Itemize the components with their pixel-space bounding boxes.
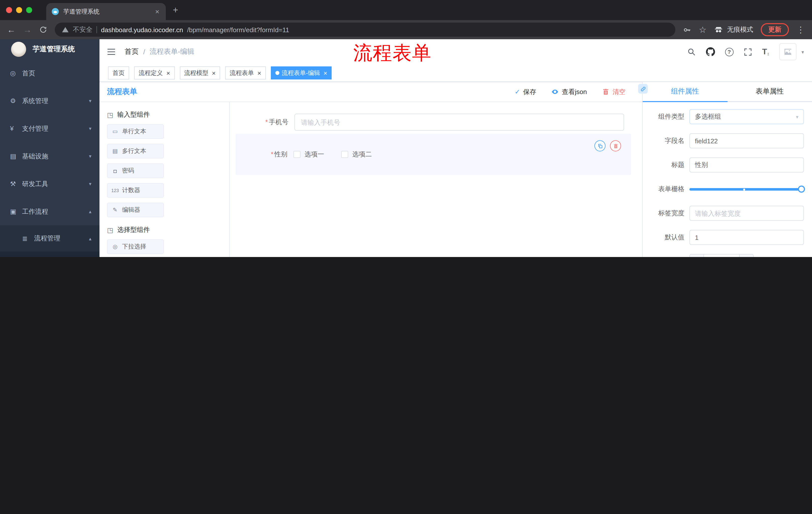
form-grid-slider[interactable] — [689, 182, 804, 197]
slider-track[interactable] — [689, 188, 804, 191]
sidebar-item-process-form[interactable]: ▤ 流程表单 — [0, 251, 99, 257]
chevron-down-icon: ▾ — [796, 114, 799, 119]
view-json-label: 查看json — [562, 87, 587, 96]
tag-home[interactable]: 首页 — [108, 66, 129, 79]
delete-widget-button[interactable] — [610, 140, 621, 152]
title-label: 标题 — [643, 160, 689, 169]
checkbox-box[interactable] — [293, 151, 300, 158]
eye-icon — [551, 88, 559, 96]
increase-button[interactable]: + — [739, 254, 753, 257]
workflow-icon: ▣ — [10, 208, 22, 215]
component-type-value: 多选框组 — [695, 112, 721, 121]
sidebar-item-infrastructure[interactable]: ▤ 基础设施 ▾ — [0, 142, 99, 170]
palette-item-multi-line-text[interactable]: ▤多行文本 — [107, 144, 164, 158]
palette-item-select[interactable]: ◎下拉选择 — [107, 239, 164, 254]
sidebar-item-label: 支付管理 — [22, 124, 48, 133]
slider-handle[interactable] — [798, 186, 805, 193]
decrease-button[interactable]: − — [690, 254, 704, 257]
palette-item-password[interactable]: ◘密码 — [107, 163, 164, 178]
palette-item-single-line-text[interactable]: ▭单行文本 — [107, 124, 164, 139]
incognito-label: 无痕模式 — [727, 25, 753, 34]
title-row: 标题 — [643, 157, 804, 172]
password-key-icon[interactable] — [683, 25, 691, 34]
min-select-stepper: − + — [689, 254, 754, 257]
back-button[interactable]: ← — [7, 25, 16, 34]
sidebar-item-system-mgmt[interactable]: ⚙ 系统管理 ▾ — [0, 87, 99, 115]
component-type-label: 组件类型 — [643, 112, 689, 121]
tag-process-form[interactable]: 流程表单 × — [225, 66, 266, 79]
app-header: 首页 / 流程表单-编辑 流程表单 ? T↕ — [99, 39, 812, 64]
component-type-select[interactable]: 多选框组 ▾ — [689, 109, 804, 124]
phone-field-row[interactable]: *手机号 — [244, 114, 624, 131]
clear-button[interactable]: 清空 — [602, 87, 626, 96]
tab-close-icon[interactable]: × — [154, 7, 161, 16]
reload-button[interactable] — [39, 26, 47, 34]
clear-label: 清空 — [612, 87, 626, 96]
palette-item-editor[interactable]: ✎编辑器 — [107, 203, 164, 217]
zoom-window-button[interactable] — [26, 7, 32, 13]
content: 流程表单 ✓ 保存 查看json — [99, 82, 812, 257]
save-button[interactable]: ✓ 保存 — [515, 87, 536, 96]
breadcrumb-home[interactable]: 首页 — [125, 47, 139, 56]
tag-close-icon[interactable]: × — [166, 69, 170, 77]
tag-close-icon[interactable]: × — [257, 69, 261, 77]
sidebar-item-process-mgmt[interactable]: ≣ 流程管理 ▴ — [0, 225, 99, 251]
phone-input[interactable] — [294, 114, 624, 131]
sidebar-item-home[interactable]: ◎ 首页 — [0, 59, 99, 87]
browser-menu-icon[interactable]: ⋮ — [796, 25, 805, 34]
trash-icon — [602, 88, 609, 96]
tag-close-icon[interactable]: × — [324, 69, 327, 77]
update-button[interactable]: 更新 — [761, 23, 789, 36]
tag-process-form-edit[interactable]: 流程表单-编辑 × — [271, 66, 332, 79]
gender-option2-checkbox[interactable]: 选项二 — [341, 150, 372, 159]
search-icon[interactable] — [687, 47, 696, 56]
url-path: /bpm/manager/form/edit?formId=11 — [187, 26, 289, 33]
tab-favicon-icon — [51, 7, 59, 16]
sidebar-item-workflow[interactable]: ▣ 工作流程 ▴ — [0, 198, 99, 225]
lock-icon: ◘ — [111, 168, 119, 174]
bookmark-star-icon[interactable]: ☆ — [699, 25, 707, 34]
component-type-row: 组件类型 多选框组 ▾ — [643, 109, 804, 124]
default-value-input[interactable] — [689, 230, 804, 245]
sidebar-item-payment-mgmt[interactable]: ¥ 支付管理 ▾ — [0, 115, 99, 142]
tag-process-model[interactable]: 流程模型 × — [180, 66, 220, 79]
props-body: 组件类型 多选框组 ▾ 字段名 标题 — [643, 102, 812, 257]
user-avatar[interactable] — [779, 43, 796, 60]
window-controls — [6, 7, 32, 13]
help-icon[interactable]: ? — [725, 48, 733, 56]
fullscreen-icon[interactable] — [744, 48, 752, 56]
field-name-input[interactable] — [689, 133, 804, 148]
breadcrumb-current: 流程表单-编辑 — [150, 47, 194, 56]
title-input[interactable] — [689, 157, 804, 172]
sidebar-item-dev-tools[interactable]: ⚒ 研发工具 ▾ — [0, 170, 99, 198]
close-window-button[interactable] — [6, 7, 12, 13]
link-icon[interactable] — [638, 84, 648, 93]
url-field[interactable]: 不安全 dashboard.yudao.iocoder.cn/bpm/manag… — [55, 23, 675, 37]
palette-item-counter[interactable]: 123计数器 — [107, 183, 164, 198]
view-json-button[interactable]: 查看json — [551, 87, 587, 96]
component-palette: ◳ 输入型组件 ▭单行文本 ▤多行文本 ◘密码 123计数器 ✎编辑器 — [99, 102, 230, 257]
gender-option1-checkbox[interactable]: 选项一 — [293, 150, 324, 159]
avatar-caret-icon[interactable]: ▾ — [802, 49, 804, 55]
min-select-input[interactable] — [704, 254, 739, 257]
github-icon[interactable] — [706, 47, 715, 56]
checkbox-label: 选项一 — [304, 150, 324, 159]
incognito-badge: 无痕模式 — [714, 25, 753, 34]
browser-tab[interactable]: 芋道管理系统 × — [46, 3, 166, 20]
gender-field-widget-selected[interactable]: *性别 选项一 选项二 — [236, 134, 631, 175]
tag-process-definition[interactable]: 流程定义 × — [134, 66, 175, 79]
minimize-window-button[interactable] — [16, 7, 22, 13]
label-width-input[interactable] — [689, 206, 804, 221]
forward-button[interactable]: → — [23, 25, 32, 34]
copy-widget-button[interactable] — [594, 140, 606, 152]
breadcrumb-separator: / — [143, 48, 145, 56]
font-size-icon[interactable]: T↕ — [762, 47, 769, 56]
tab-form-props[interactable]: 表单属性 — [727, 82, 812, 101]
form-canvas[interactable]: *手机号 *性别 选项一 — [230, 102, 642, 257]
checkbox-box[interactable] — [341, 151, 348, 158]
security-warning-icon[interactable] — [62, 26, 69, 33]
sidebar-collapse-icon[interactable] — [108, 47, 117, 56]
tab-component-props[interactable]: 组件属性 — [643, 82, 727, 101]
new-tab-button[interactable]: + — [173, 5, 178, 15]
tag-close-icon[interactable]: × — [212, 69, 215, 77]
